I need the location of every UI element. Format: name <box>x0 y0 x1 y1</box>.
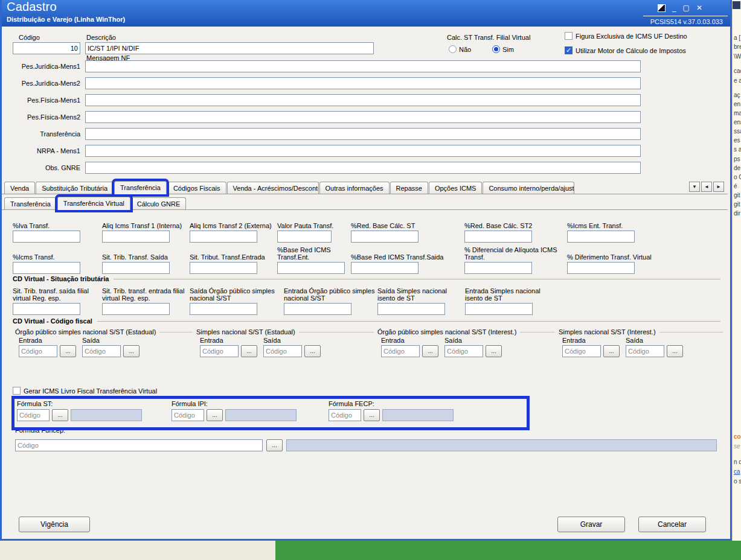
tax-field-input-red-base-calc-st[interactable] <box>351 231 419 243</box>
tax-field2-input-diferencial-de-aliquota-icms-transf[interactable] <box>464 262 532 274</box>
tax-field-column: %Iva Transf. <box>13 210 98 243</box>
tax-field-input-red-base-calc-st2[interactable] <box>464 231 532 243</box>
vigencia-button[interactable]: Vigência <box>19 517 90 532</box>
formula-formula-ipi-codigo-input[interactable] <box>172 409 204 421</box>
message-input-pes-fisica-mens1[interactable] <box>85 94 641 106</box>
checkbox-figura-exclusiva-de-icms-uf-destino[interactable]: Figura Exclusiva de ICMS UF Destino <box>565 32 687 40</box>
fiscal-simples-nacional-s-st-estadual-saida-codigo-input[interactable] <box>263 345 302 357</box>
fiscal-simples-nacional-s-st-interest-saida-codigo-input[interactable] <box>626 345 664 357</box>
fiscal-entrada-browse-button[interactable]: ... <box>60 345 76 357</box>
fiscal-orgao-publico-simples-nacional-s-st-interest-entrada-codigo-input[interactable] <box>381 345 420 357</box>
radio-nao-control[interactable] <box>449 45 457 53</box>
sit-field-input-entrada-orgao-publico-simples-nacional-s-st[interactable] <box>284 303 351 315</box>
sit-field-input-saida-simples-nacional-isento-de-st[interactable] <box>377 303 445 315</box>
fiscal-entrada-browse-button[interactable]: ... <box>422 345 438 357</box>
fiscal-group-title: Simples nacional S/ST (Estadual) <box>196 328 374 336</box>
close-icon[interactable]: ✕ <box>696 4 702 12</box>
tab-scroll-down-button[interactable]: ▼ <box>689 182 700 192</box>
formula-formula-st-browse-button[interactable]: ... <box>52 409 68 421</box>
tax-field2-input-sit-tribut-transf-entrada[interactable] <box>190 262 257 274</box>
radio-option-nao[interactable]: Não <box>449 45 471 53</box>
fiscal-entrada-cell: Entrada... <box>381 337 438 357</box>
message-input-nrpa-mens1[interactable] <box>85 145 641 157</box>
gerar-icms-checkbox[interactable] <box>13 387 21 395</box>
sit-field-input-entrada-simples-nacional-isento-de-st[interactable] <box>465 303 533 315</box>
tab-consumo-interno-perda-ajuste[interactable]: Consumo interno/perda/ajuste <box>483 182 574 194</box>
tab-venda[interactable]: Venda <box>4 182 35 194</box>
tab-scroll-right-button[interactable]: ► <box>713 182 724 192</box>
radio-option-sim[interactable]: Sim <box>492 45 514 53</box>
tax-field-input-aliq-icms-transf-1-interna[interactable] <box>102 231 170 243</box>
tab-outras-informacoes[interactable]: Outras informações <box>319 182 390 194</box>
sit-field-label: Sit. Trib. transf. saída filial virtual … <box>13 286 101 302</box>
tab-venda-acrescimos-descontos[interactable]: Venda - Acréscimos/Descontos <box>227 182 319 194</box>
subtab-transferencia[interactable]: Transferência <box>4 197 57 209</box>
descricao-input[interactable] <box>85 42 374 54</box>
calc-st-label: Calc. ST Transf. Filial Virtual <box>447 34 530 41</box>
tax-field-input-iva-transf[interactable] <box>13 231 80 243</box>
formula-formula-st-codigo-input[interactable] <box>17 409 50 421</box>
main-tabbar: VendaSubstituição TributáriaTransferênci… <box>2 179 728 194</box>
formula-funcep-input[interactable] <box>15 439 263 451</box>
subtab-transferencia-virtual[interactable]: Transferência Virtual <box>57 197 130 210</box>
fiscal-orgao-publico-simples-nacional-s-st-estadual-entrada-codigo-input[interactable] <box>19 345 57 357</box>
tab-scroll-left-button[interactable]: ◄ <box>701 182 712 192</box>
checkbox-utilizar-motor-de-calculo-de-impostos[interactable]: ✓Utilizar Motor de Cálculo de Impostos <box>565 46 686 54</box>
sit-field-label: Saída Simples nacional isento de ST <box>377 286 463 302</box>
tax-field-input-aliq-icms-transf-2-externa[interactable] <box>190 231 257 243</box>
fiscal-entrada-browse-button[interactable]: ... <box>241 345 257 357</box>
message-input-obs-gnre[interactable] <box>85 162 641 174</box>
message-input-pes-juridica-mens2[interactable] <box>85 77 641 89</box>
codigo-input[interactable] <box>13 42 80 54</box>
formula-funcep-browse-button[interactable]: ... <box>266 439 283 451</box>
formula-formula-fecp-browse-button[interactable]: ... <box>364 409 380 421</box>
message-input-pes-juridica-mens1[interactable] <box>85 60 641 72</box>
maximize-icon[interactable]: ▢ <box>683 4 690 12</box>
tab-transferencia[interactable]: Transferência <box>114 181 167 194</box>
fiscal-orgao-publico-simples-nacional-s-st-estadual-saida-codigo-input[interactable] <box>82 345 121 357</box>
fiscal-saida-browse-button[interactable]: ... <box>667 345 683 357</box>
checkbox-utilizar-motor-de-calculo-de-impostos-box[interactable]: ✓ <box>565 46 573 54</box>
fiscal-saida-browse-button[interactable]: ... <box>486 345 502 357</box>
tax-field2-input-icms-transf[interactable] <box>13 262 80 274</box>
tax-field2-input-base-red-icms-transf-ent[interactable] <box>277 262 345 274</box>
minimize-icon[interactable]: _ <box>672 4 676 12</box>
fiscal-simples-nacional-s-st-interest-entrada-codigo-input[interactable] <box>562 345 601 357</box>
tax-field2-input-sit-trib-transf-saida[interactable] <box>102 262 170 274</box>
formula-formula-fecp-codigo-input[interactable] <box>329 409 361 421</box>
tab-opcoes-icms[interactable]: Opções ICMS <box>429 182 482 194</box>
fiscal-saida-browse-button[interactable]: ... <box>123 345 140 357</box>
titlebar[interactable]: Cadastro Distribuição e Varejo (Linha Wi… <box>2 0 730 27</box>
fiscal-orgao-publico-simples-nacional-s-st-interest-saida-codigo-input[interactable] <box>444 345 483 357</box>
fiscal-saida-browse-button[interactable]: ... <box>304 345 321 357</box>
sit-field-label: Entrada Órgão público simples nacional S… <box>284 286 376 302</box>
subtab-calculo-gnre[interactable]: Cálculo GNRE <box>131 197 187 209</box>
message-input-pes-fisica-mens2[interactable] <box>85 111 641 123</box>
app-icon[interactable] <box>658 4 666 12</box>
tax-field-input-valor-pauta-transf[interactable] <box>277 231 332 243</box>
sit-field-input-sit-trib-transf-entrada-filial-virtual-reg-esp[interactable] <box>102 303 170 315</box>
fiscal-group-title: Órgão público simples nacional S/ST (Int… <box>377 328 555 336</box>
fiscal-saida-cell: Saída... <box>263 337 321 357</box>
tax-field-column: Valor Pauta Transf. <box>277 210 346 243</box>
message-input-transferencia[interactable] <box>85 128 641 140</box>
cancelar-button[interactable]: Cancelar <box>638 517 706 532</box>
sit-field-input-saida-orgao-publico-simples-nacional-s-st[interactable] <box>190 303 257 315</box>
radio-sim-control[interactable] <box>492 45 500 53</box>
formula-formula-ipi-browse-button[interactable]: ... <box>207 409 223 421</box>
gravar-button[interactable]: Gravar <box>557 517 625 532</box>
tax-field2-input-diferimento-transf-virtual[interactable] <box>567 262 635 274</box>
form-content: Código Descrição Calc. ST Transf. Filial… <box>2 27 730 539</box>
tax-field2-input-base-red-icms-transf-saida[interactable] <box>351 262 419 274</box>
tab-codigos-fiscais[interactable]: Códigos Fiscais <box>167 182 226 194</box>
sit-field-input-sit-trib-transf-saida-filial-virtual-reg-esp[interactable] <box>13 303 80 315</box>
checkbox-figura-exclusiva-de-icms-uf-destino-box[interactable] <box>565 32 573 40</box>
fiscal-entrada-browse-button[interactable]: ... <box>603 345 620 357</box>
tax-field-input-icms-ent-transf[interactable] <box>567 231 635 243</box>
sit-field-column: Entrada Órgão público simples nacional S… <box>284 286 376 315</box>
tab-substituicao-tributaria[interactable]: Substituição Tributária <box>36 182 114 194</box>
fiscal-simples-nacional-s-st-estadual-entrada-codigo-input[interactable] <box>200 345 239 357</box>
checkbox-label: Figura Exclusiva de ICMS UF Destino <box>576 33 687 40</box>
gerar-icms-checkbox-row[interactable]: Gerar ICMS Livro Fiscal Transferência Vi… <box>13 387 157 395</box>
tab-repasse[interactable]: Repasse <box>390 182 428 194</box>
